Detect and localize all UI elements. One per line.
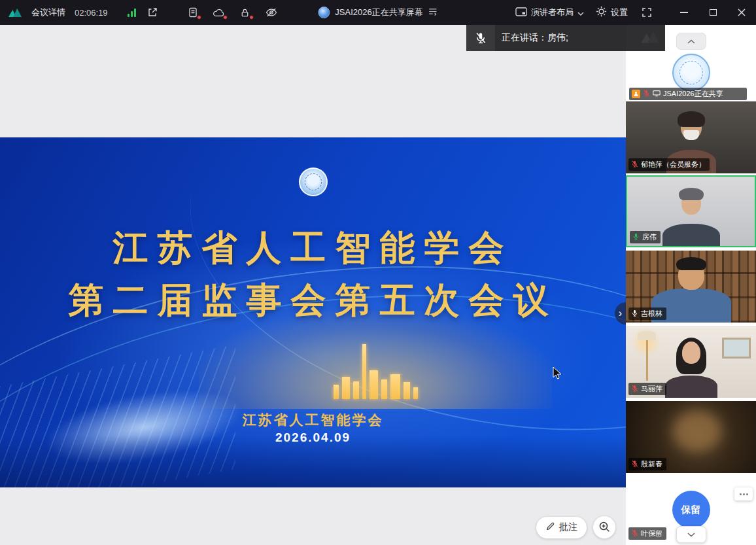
maximize-button[interactable] <box>698 0 727 25</box>
fullscreen-icon[interactable] <box>640 5 654 20</box>
participant-tile[interactable]: 马丽萍 <box>626 326 756 398</box>
face-mask <box>683 130 699 140</box>
window-controls <box>670 0 756 25</box>
zoom-button[interactable] <box>593 516 615 538</box>
avatar-hair <box>678 111 705 127</box>
magnifier-plus-icon <box>598 521 610 535</box>
mic-off-icon <box>466 25 495 51</box>
slide-footer-org: 江苏省人工智能学会 <box>0 411 626 429</box>
gear-icon <box>596 6 607 19</box>
wall-art <box>722 338 751 359</box>
mic-muted-icon <box>643 90 650 98</box>
shared-screen-stage: 江苏省人工智能学会 第二届监事会第五次会议 江苏省人工智能学会 2026.04.… <box>0 25 626 545</box>
meeting-window: 会议详情 02:06:19 <box>0 0 756 545</box>
layout-selector[interactable]: 演讲者布局 <box>515 7 584 18</box>
titlebar-left: 会议详情 02:06:19 <box>8 5 279 20</box>
tile-more-button[interactable] <box>734 487 753 501</box>
avatar-body <box>662 224 720 247</box>
participant-name-badge: 房伟 <box>630 231 661 243</box>
content: 江苏省人工智能学会 第二届监事会第五次会议 江苏省人工智能学会 2026.04.… <box>0 25 756 545</box>
red-badge <box>223 15 228 20</box>
participant-name-badge: 马丽萍 <box>628 383 666 395</box>
city-skyline-decoration <box>258 334 493 399</box>
share-queue-icon[interactable] <box>428 7 438 18</box>
participant-name: 叶保留 <box>641 529 662 538</box>
screen-share-icon <box>653 90 661 98</box>
sharing-app-icon <box>318 7 330 18</box>
sharing-status: JSAI2026正在共享屏幕 <box>318 0 438 25</box>
avatar-hair <box>679 188 704 200</box>
presentation-slide: 江苏省人工智能学会 第二届监事会第五次会议 江苏省人工智能学会 2026.04.… <box>0 137 626 487</box>
host-person-icon <box>632 90 640 98</box>
avatar-body <box>665 376 717 398</box>
red-badge <box>197 15 201 20</box>
mic-on-icon <box>631 309 638 318</box>
meeting-details-button[interactable]: 会议详情 <box>31 7 65 18</box>
participant-tile-speaking[interactable]: 房伟 <box>626 175 756 247</box>
layout-icon <box>515 7 527 18</box>
speaking-label: 正在讲话：房伟; <box>502 32 568 44</box>
record-doc-icon[interactable] <box>186 5 200 20</box>
participant-name: 房伟 <box>642 232 657 242</box>
settings-button[interactable]: 设置 <box>596 6 628 19</box>
participant-name-badge: 吉根林 <box>628 308 666 320</box>
settings-label: 设置 <box>611 7 628 18</box>
lock-icon[interactable] <box>238 5 252 20</box>
open-external-icon[interactable] <box>145 5 160 20</box>
red-badge <box>249 15 254 20</box>
share-toolbar: 批注 <box>536 516 615 538</box>
annotate-label: 批注 <box>559 521 577 533</box>
avatar-hair <box>676 257 706 270</box>
avatar-head <box>682 342 700 364</box>
status-icon-cluster <box>186 5 279 20</box>
titlebar-right: 演讲者布局 设置 <box>515 0 756 25</box>
speaking-toast: 正在讲话：房伟; <box>466 25 665 51</box>
participant-tile[interactable]: 殷新春 <box>626 401 756 473</box>
sharing-title: JSAI2026正在共享屏幕 <box>335 7 422 18</box>
share-tile-badge: JSAI2026正在共享 <box>629 88 747 100</box>
participant-name-badge: 叶保留 <box>628 527 666 540</box>
participant-tile[interactable]: 郁艳萍（会员服务） <box>626 101 756 173</box>
slide-footer-date: 2026.04.09 <box>0 431 626 445</box>
mic-active-icon <box>632 233 640 241</box>
pen-icon <box>545 521 555 533</box>
app-logo-icon <box>8 5 22 20</box>
initials-avatar: 保留 <box>672 491 710 529</box>
titlebar: 会议详情 02:06:19 <box>0 0 756 25</box>
participant-name: 吉根林 <box>641 309 662 319</box>
watermark-logo-icon <box>640 31 660 46</box>
slide-logo-icon <box>299 167 328 196</box>
participant-name: 郁艳萍（会员服务） <box>641 160 706 169</box>
slide-title-line1: 江苏省人工智能学会 <box>0 224 626 272</box>
mic-muted-icon <box>631 460 638 468</box>
collapse-panel-button[interactable] <box>676 33 706 50</box>
participant-name-badge: 殷新春 <box>628 458 666 470</box>
chevron-down-icon <box>577 8 584 18</box>
lamp-stand <box>646 340 648 381</box>
participant-name-badge: 郁艳萍（会员服务） <box>628 158 710 171</box>
layout-label: 演讲者布局 <box>531 7 574 18</box>
blurred-subject <box>673 411 721 451</box>
scroll-down-button[interactable] <box>676 526 706 543</box>
jsai-logo-avatar <box>672 54 710 92</box>
meeting-timer: 02:06:19 <box>75 8 108 18</box>
participants-sidebar: JSAI2026正在共享 郁艳萍（会员服务） <box>626 25 756 545</box>
minimize-button[interactable] <box>670 0 698 25</box>
mic-muted-icon <box>631 385 638 393</box>
close-button[interactable] <box>727 0 756 25</box>
mic-muted-icon <box>631 160 638 169</box>
participant-name: 殷新春 <box>641 459 662 469</box>
participant-name: 马丽萍 <box>641 384 662 394</box>
participant-tile[interactable]: 吉根林 <box>626 251 756 323</box>
share-tile-label: JSAI2026正在共享 <box>663 89 723 99</box>
privacy-eye-off-icon[interactable] <box>264 5 279 20</box>
network-signal-icon[interactable] <box>128 8 136 17</box>
annotate-button[interactable]: 批注 <box>536 517 587 538</box>
mic-muted-icon <box>631 529 638 538</box>
cloud-icon[interactable] <box>212 5 226 20</box>
lamp <box>638 331 656 341</box>
